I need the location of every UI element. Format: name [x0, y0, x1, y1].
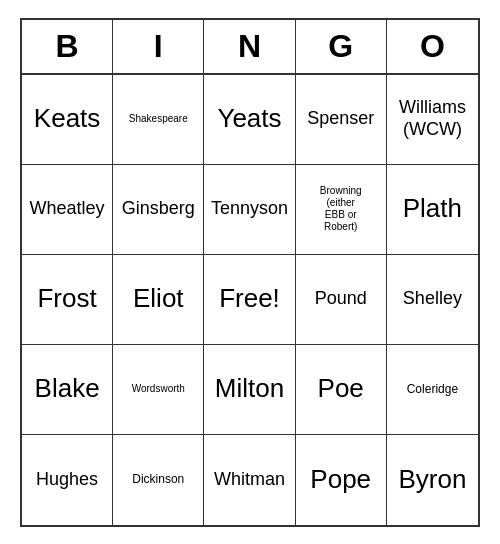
cell-r3-c1: Wordsworth: [113, 345, 204, 435]
cell-text: Dickinson: [132, 472, 184, 486]
bingo-grid: KeatsShakespeareYeatsSpenserWilliams (WC…: [22, 75, 478, 525]
cell-r1-c1: Ginsberg: [113, 165, 204, 255]
cell-r1-c0: Wheatley: [22, 165, 113, 255]
cell-text: Coleridge: [407, 382, 458, 396]
cell-r0-c1: Shakespeare: [113, 75, 204, 165]
header-letter: G: [296, 20, 387, 73]
cell-r3-c4: Coleridge: [387, 345, 478, 435]
cell-text: Free!: [219, 283, 280, 314]
cell-r3-c3: Poe: [296, 345, 387, 435]
cell-r3-c2: Milton: [204, 345, 295, 435]
cell-text: Williams (WCW): [399, 97, 466, 140]
cell-r4-c4: Byron: [387, 435, 478, 525]
cell-r0-c0: Keats: [22, 75, 113, 165]
cell-text: Frost: [37, 283, 96, 314]
cell-text: Eliot: [133, 283, 184, 314]
cell-r2-c3: Pound: [296, 255, 387, 345]
header-letter: O: [387, 20, 478, 73]
cell-text: Wheatley: [30, 198, 105, 220]
header-letter: N: [204, 20, 295, 73]
cell-text: Pound: [315, 288, 367, 310]
cell-r1-c2: Tennyson: [204, 165, 295, 255]
cell-r1-c4: Plath: [387, 165, 478, 255]
cell-text: Pope: [310, 464, 371, 495]
cell-r2-c4: Shelley: [387, 255, 478, 345]
cell-text: Milton: [215, 373, 284, 404]
cell-r2-c1: Eliot: [113, 255, 204, 345]
cell-r4-c0: Hughes: [22, 435, 113, 525]
cell-text: Yeats: [217, 103, 281, 134]
header-letter: I: [113, 20, 204, 73]
cell-text: Browning (either EBB or Robert): [320, 185, 362, 233]
cell-text: Whitman: [214, 469, 285, 491]
header-letter: B: [22, 20, 113, 73]
cell-r4-c3: Pope: [296, 435, 387, 525]
cell-r4-c1: Dickinson: [113, 435, 204, 525]
cell-r3-c0: Blake: [22, 345, 113, 435]
bingo-card: BINGO KeatsShakespeareYeatsSpenserWillia…: [20, 18, 480, 527]
cell-text: Hughes: [36, 469, 98, 491]
cell-text: Ginsberg: [122, 198, 195, 220]
cell-r2-c0: Frost: [22, 255, 113, 345]
cell-text: Plath: [403, 193, 462, 224]
cell-text: Byron: [398, 464, 466, 495]
cell-r2-c2: Free!: [204, 255, 295, 345]
cell-text: Shakespeare: [129, 113, 188, 125]
cell-text: Poe: [318, 373, 364, 404]
bingo-header: BINGO: [22, 20, 478, 75]
cell-text: Wordsworth: [132, 383, 185, 395]
cell-text: Tennyson: [211, 198, 288, 220]
cell-r1-c3: Browning (either EBB or Robert): [296, 165, 387, 255]
cell-text: Spenser: [307, 108, 374, 130]
cell-text: Blake: [35, 373, 100, 404]
cell-text: Keats: [34, 103, 101, 134]
cell-r0-c4: Williams (WCW): [387, 75, 478, 165]
cell-r0-c3: Spenser: [296, 75, 387, 165]
cell-text: Shelley: [403, 288, 462, 310]
cell-r4-c2: Whitman: [204, 435, 295, 525]
cell-r0-c2: Yeats: [204, 75, 295, 165]
